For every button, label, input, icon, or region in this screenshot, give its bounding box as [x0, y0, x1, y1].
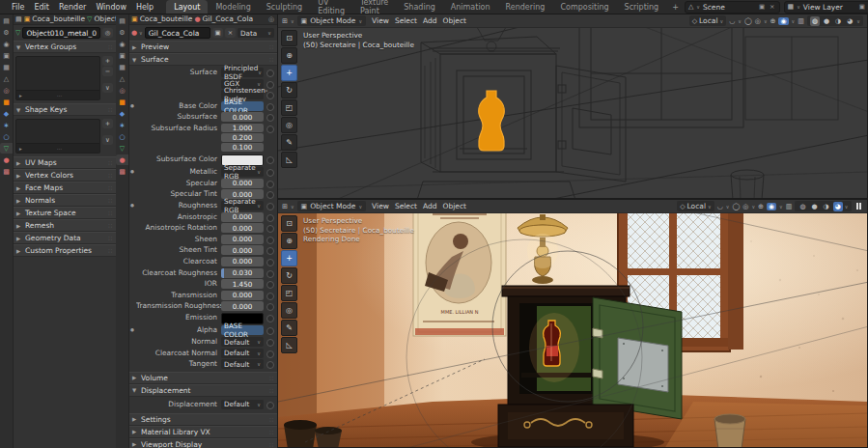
section-vertex-groups[interactable]: ▼ Vertex Groups ∷: [13, 41, 116, 53]
dropdown-field[interactable]: Principled BSDF∨: [221, 68, 264, 77]
section-volume[interactable]: ▶ Volume ∷: [128, 372, 277, 384]
proportional-editing-icon[interactable]: ◯: [732, 203, 740, 210]
decorator-dot[interactable]: [266, 169, 274, 177]
workspace-tab-compositing[interactable]: Compositing: [552, 0, 616, 14]
object-data-tab-icon[interactable]: ▽: [116, 143, 128, 154]
section-vertex-colors[interactable]: ▶Vertex Colors∷: [13, 169, 116, 182]
decorator-dot[interactable]: [266, 270, 274, 278]
displacement-dropdown[interactable]: Default ∨: [221, 400, 264, 409]
value-field[interactable]: 0.000: [221, 235, 264, 244]
mode-dropdown[interactable]: ▣ Object Mode ∨: [297, 201, 367, 211]
texture-field[interactable]: BASE COLOR: [221, 101, 264, 111]
section-geometry-data[interactable]: ▶Geometry Data∷: [13, 232, 116, 244]
cursor-tool-button[interactable]: ⊕: [281, 47, 297, 64]
decorator-dot[interactable]: [266, 70, 274, 77]
decorator-dot[interactable]: [266, 92, 274, 99]
list-filter-row[interactable]: ▸⋯: [16, 90, 99, 99]
section-uv-maps[interactable]: ▶UV Maps∷: [13, 156, 116, 169]
unlink-scene-button[interactable]: ×: [769, 3, 775, 11]
viewport-menu-view[interactable]: View: [369, 202, 392, 210]
decorator-dot[interactable]: [266, 191, 274, 199]
menu-edit[interactable]: Edit: [29, 3, 54, 12]
decorator-dot[interactable]: [266, 303, 274, 311]
decorator-dot[interactable]: [266, 156, 274, 164]
output-tab-icon[interactable]: ▣: [0, 50, 13, 61]
modifiers-tab-icon[interactable]: ◆: [0, 108, 13, 119]
texture-tab-icon[interactable]: ▩: [116, 166, 128, 177]
section-custom-properties[interactable]: ▶Custom Properties∷: [13, 244, 116, 257]
transform-tool-button[interactable]: ◎: [281, 302, 297, 319]
remove-vertex-group-button[interactable]: −: [102, 67, 113, 76]
gizmos-toggle-icon[interactable]: ⊕: [758, 203, 764, 210]
select-box-tool-button[interactable]: ⊡: [281, 215, 297, 232]
workspace-tab-uv-editing[interactable]: UV Editing: [310, 0, 352, 14]
scale-tool-button[interactable]: ◰: [281, 285, 297, 301]
menu-help[interactable]: Help: [131, 3, 158, 12]
section-preview[interactable]: ▶ Preview ∷: [128, 41, 277, 53]
vertex-group-specials-button[interactable]: ∨: [102, 83, 113, 93]
decorator-dot[interactable]: [266, 361, 274, 369]
add-workspace-button[interactable]: +: [666, 3, 685, 12]
unlink-material-button[interactable]: ×: [225, 28, 236, 38]
vector-value-field[interactable]: 0.100: [221, 143, 264, 152]
measure-tool-button[interactable]: ◺: [281, 152, 297, 168]
workspace-tab-layout[interactable]: Layout: [166, 0, 208, 14]
decorator-dot[interactable]: [266, 293, 274, 300]
workspace-tab-texture-paint[interactable]: Texture Paint: [352, 0, 396, 14]
world-tab-icon[interactable]: ◎: [0, 85, 13, 96]
value-field[interactable]: 0.000: [221, 301, 264, 311]
render-tab-icon[interactable]: ◉: [116, 39, 128, 49]
dropdown-field[interactable]: Default∨: [221, 359, 264, 369]
dropdown-field[interactable]: Default∨: [221, 337, 264, 347]
fake-user-shield-button[interactable]: ▣: [212, 28, 223, 38]
workspace-tab-shading[interactable]: Shading: [396, 0, 443, 14]
vector-value-field[interactable]: 0.200: [221, 133, 264, 142]
browse-material-icon[interactable]: ●: [131, 29, 137, 37]
dropdown-field[interactable]: Separate RGB∨: [221, 167, 264, 177]
workspace-tab-modeling[interactable]: Modeling: [208, 0, 258, 14]
workspace-tab-animation[interactable]: Animation: [443, 0, 498, 14]
cursor-tool-button[interactable]: ⊕: [281, 233, 297, 249]
decorator-dot[interactable]: [266, 114, 274, 122]
value-field[interactable]: 0.000: [221, 245, 264, 255]
shading-rendered-icon[interactable]: ◕: [833, 202, 843, 211]
pin-icon[interactable]: ◎: [268, 15, 274, 23]
section-normals[interactable]: ▶Normals∷: [13, 194, 116, 207]
section-texture-space[interactable]: ▶Texture Space∷: [13, 207, 116, 219]
editor-menu-icon[interactable]: ▤: [15, 15, 22, 23]
mesh-name-field[interactable]: Object010_metal_0: [22, 27, 100, 39]
tool-tab-icon[interactable]: ⚙: [0, 27, 13, 38]
measure-tool-button[interactable]: ◺: [281, 337, 297, 353]
select-box-tool-button[interactable]: ⊡: [281, 30, 297, 46]
annotate-tool-button[interactable]: ✎: [281, 134, 297, 151]
shading-material-icon[interactable]: ◑: [833, 16, 843, 26]
menu-file[interactable]: File: [7, 3, 29, 12]
pivot-point-icon[interactable]: ◎: [742, 203, 748, 210]
value-field[interactable]: 0.000: [221, 257, 264, 266]
move-tool-button[interactable]: +: [281, 250, 297, 266]
list-filter-row[interactable]: ▸⋯: [16, 143, 99, 153]
viewport-menu-object[interactable]: Object: [440, 202, 469, 210]
rendered-3d-view[interactable]: MME. LILLIAN N: [278, 212, 868, 448]
decorator-dot[interactable]: [266, 327, 274, 335]
shading-material-icon[interactable]: ◑: [822, 202, 831, 211]
mode-dropdown[interactable]: ▣ Object Mode ∨: [297, 15, 367, 26]
add-vertex-group-button[interactable]: +: [102, 56, 113, 66]
add-shape-key-button[interactable]: +: [102, 119, 113, 128]
section-remesh[interactable]: ▶Remesh∷: [13, 219, 116, 232]
decorator-dot[interactable]: [266, 315, 274, 322]
output-tab-icon[interactable]: ▣: [116, 50, 128, 61]
material-name-field[interactable]: Gil_Coca_Cola: [145, 27, 210, 39]
object-tab-icon[interactable]: ■: [0, 97, 13, 107]
viewport-menu-add[interactable]: Add: [420, 16, 440, 25]
shading-solid-icon[interactable]: ●: [810, 202, 820, 211]
editor-type-icon[interactable]: ⊞: [282, 203, 288, 210]
scale-tool-button[interactable]: ◰: [281, 99, 297, 116]
xray-toggle-icon[interactable]: ▥: [786, 203, 793, 210]
decorator-dot[interactable]: [266, 225, 274, 233]
vector-value-field[interactable]: 1.000: [221, 124, 264, 132]
workspace-tab-sculpting[interactable]: Sculpting: [259, 0, 310, 14]
texture-field[interactable]: BASE COLOR: [221, 325, 264, 335]
material-tab-icon[interactable]: ●: [116, 154, 128, 165]
section-shape-keys[interactable]: ▼ Shape Keys ∷: [13, 103, 116, 116]
